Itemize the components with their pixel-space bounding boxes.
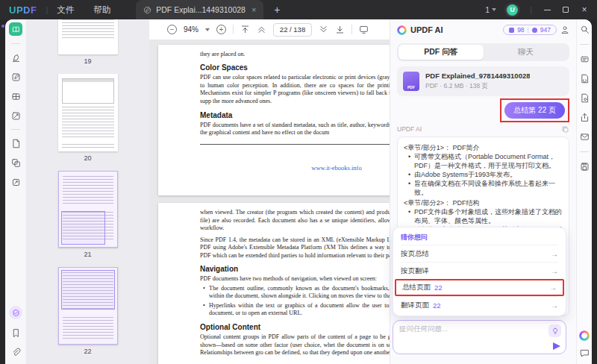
send-icon[interactable] <box>553 342 560 350</box>
document-toolbar: − 94% + <box>149 19 390 40</box>
previous-pages-icon[interactable] <box>257 25 266 34</box>
arrow-right-icon: → <box>551 250 558 258</box>
lightbulb-icon <box>551 327 559 335</box>
document-tab[interactable]: PDF Explai...1449310028 × <box>136 0 263 19</box>
pdf-heading: Metadata <box>200 111 390 119</box>
divider <box>233 25 234 34</box>
chat-quota-count: 947 <box>540 26 551 34</box>
pdf-text: PDF documents have two methods of naviga… <box>200 275 390 283</box>
page-value: 22 <box>434 283 443 292</box>
menu-file[interactable]: 文件 <box>57 4 74 16</box>
comment-bubble-icon[interactable] <box>580 348 590 358</box>
maximize-button[interactable] <box>560 4 571 15</box>
pdf-page-22[interactable]: when viewed. The creator (the program wh… <box>158 203 390 364</box>
window-count-dropdown[interactable]: 1 <box>485 5 496 14</box>
right-toolbar <box>576 19 592 364</box>
organize-pages-icon[interactable] <box>10 90 22 102</box>
thumbnail-page-22[interactable] <box>58 267 118 345</box>
response-line: <章节/部分1>： PDF简介 <box>404 143 563 152</box>
pdf-watermark-link[interactable]: www.it-ebooks.info <box>200 164 390 172</box>
scroll-to-top-icon[interactable] <box>240 25 250 34</box>
divider <box>11 129 20 130</box>
tab-close-icon[interactable]: × <box>251 5 256 14</box>
thumbnail-page-20[interactable] <box>58 74 118 151</box>
titlebar-divider: | <box>46 5 48 14</box>
zoom-dropdown-icon[interactable] <box>205 28 210 31</box>
copy-icon[interactable] <box>561 125 569 134</box>
next-pages-icon[interactable] <box>319 25 328 34</box>
suggestion-summarize-by-page[interactable]: 按页总结 → <box>401 245 558 262</box>
response-line: 由Adobe Systems于1993年发布。 <box>404 170 563 179</box>
ai-assistant-icon[interactable] <box>9 306 22 319</box>
viewport-rect <box>61 211 105 245</box>
page-quota-count: 98 <box>517 26 524 34</box>
divider <box>580 44 589 45</box>
thumbnail-label: 19 <box>84 57 91 65</box>
mail-icon[interactable] <box>580 132 590 142</box>
page-number-input[interactable] <box>273 23 312 37</box>
pdf-text: Optional content groups in PDF allow par… <box>200 333 390 357</box>
pdf-page-21[interactable]: they are placed on. Color Spaces PDF can… <box>158 45 390 195</box>
doc-lock-icon[interactable] <box>580 93 590 103</box>
question-input[interactable] <box>399 324 526 333</box>
account-menu[interactable]: U <box>504 3 520 17</box>
document-icon[interactable] <box>10 137 22 149</box>
thumbnail-page-19[interactable] <box>58 19 118 54</box>
left-toolbar <box>5 19 26 364</box>
thumbnail-label: 22 <box>84 348 91 355</box>
zoom-in-button[interactable]: + <box>216 25 226 34</box>
pdf-running-footer: What's in a PDF? <box>200 147 390 152</box>
pdf-heading: Optional Content <box>200 323 390 331</box>
document-tab-icon <box>143 6 151 14</box>
export-doc-icon[interactable] <box>10 176 22 188</box>
pdf-text: Since PDF 1.4, the metadata can be store… <box>200 236 390 260</box>
pdf-footer-rule <box>200 144 390 145</box>
private-mode-icon[interactable] <box>560 25 569 34</box>
new-tab-button[interactable]: + <box>274 4 280 16</box>
response-line: 可携带文档格式（Portable Document Format，PDF）是一种… <box>404 152 563 170</box>
convert-icon[interactable] <box>10 157 22 169</box>
divider <box>11 43 20 44</box>
suggestion-summarize-page-22[interactable]: 总结页面 22 → <box>395 279 564 296</box>
ai-tabs: PDF 问答 聊天 <box>397 43 569 61</box>
search-icon[interactable] <box>580 25 590 34</box>
file-card[interactable]: PDF Explained_9781449310028 PDF · 6.2 MB… <box>397 66 569 96</box>
titlebar-divider: | <box>530 5 532 14</box>
document-tab-title: PDF Explai...1449310028 <box>156 5 246 14</box>
chevron-down-icon <box>492 8 496 11</box>
presentation-mode-icon[interactable] <box>359 25 369 34</box>
thumbnail-panel: 19 20 21 22 <box>26 19 149 364</box>
annotate-icon[interactable] <box>10 51 22 63</box>
summarize-page-button[interactable]: 总结第 22 页 <box>504 102 565 119</box>
close-button[interactable]: × <box>579 4 590 15</box>
thumbnail-label: 20 <box>84 154 91 162</box>
bookmark-icon[interactable] <box>10 327 22 339</box>
share-icon[interactable] <box>580 113 590 122</box>
updf-ai-icon[interactable] <box>579 330 590 341</box>
updf-logo: UPDF <box>9 4 37 16</box>
tab-chat[interactable]: 聊天 <box>484 45 569 60</box>
menu-help[interactable]: 帮助 <box>93 4 110 16</box>
scroll-to-bottom-icon[interactable] <box>335 25 345 34</box>
ocr-icon[interactable] <box>580 54 590 64</box>
zoom-out-button[interactable]: − <box>167 25 177 34</box>
minimize-button[interactable] <box>542 4 552 15</box>
attachment-icon[interactable] <box>10 346 22 358</box>
reader-mode-icon[interactable] <box>9 22 22 36</box>
divider <box>580 151 589 152</box>
save-icon[interactable] <box>580 162 590 172</box>
tab-pdf-qa[interactable]: PDF 问答 <box>398 45 484 60</box>
prompt-ideas-button[interactable] <box>548 324 561 337</box>
suggestions-popup: 猜你想问 按页总结 → 按页翻译 → 总结页面 22 → 翻译页面 22 → <box>393 227 566 316</box>
response-line: <章节/部分2>： PDF结构 <box>404 198 563 207</box>
thumbnail-label: 21 <box>84 251 91 258</box>
summarize-row: 总结第 22 页 <box>397 98 569 122</box>
thumbnail-page-21[interactable] <box>58 171 118 248</box>
doc-refresh-icon[interactable] <box>580 74 590 84</box>
crop-pages-icon[interactable] <box>10 110 22 122</box>
suggestion-translate-page-22[interactable]: 翻译页面 22 → <box>401 296 558 313</box>
document-canvas[interactable]: they are placed on. Color Spaces PDF can… <box>149 40 390 364</box>
suggestion-translate-by-page[interactable]: 按页翻译 → <box>401 262 558 279</box>
document-area: − 94% + they are placed on. Color Spaces… <box>149 19 390 364</box>
edit-pdf-icon[interactable] <box>10 71 22 83</box>
